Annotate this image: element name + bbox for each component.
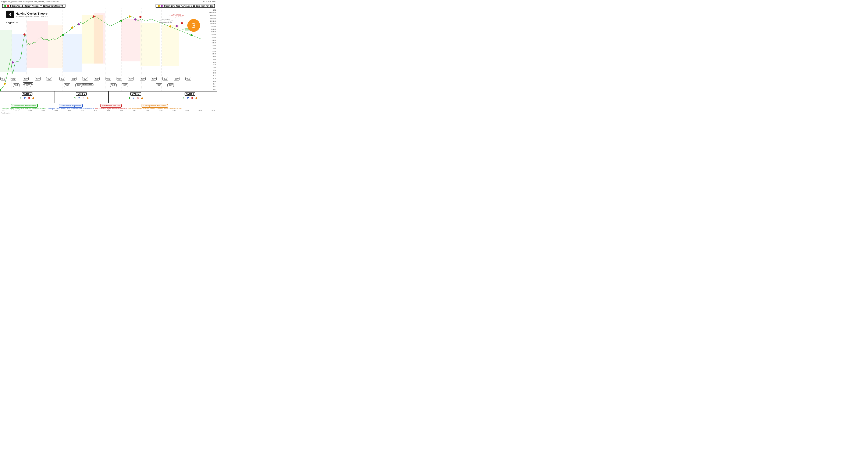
price-0-08: 0.08 [203, 80, 216, 82]
date-nov28-2015: Nov 282015 [59, 77, 65, 80]
shade-c3-yellow [141, 23, 160, 66]
date-nov28-2016: Nov 282016 [71, 77, 76, 80]
year-red-text: 3 Red Year = New ATH [102, 105, 120, 107]
date-nov28-2021: Nov 282021 [128, 77, 134, 80]
date-nov28-2020: Nov 282020 [117, 77, 122, 80]
title-block: Halving Cycles Theory (November 28th Cyc… [16, 12, 48, 17]
year-red-desc: New ATHs Made | Cycle Top Comes end of Y… [95, 108, 127, 109]
price-1-2: 1.20 [203, 69, 216, 71]
date-nov28-2024: Nov 282024 [162, 77, 168, 80]
shade-c3-red [121, 19, 140, 61]
dot-c4-top-expected [181, 22, 183, 24]
dot-c1-early [4, 83, 6, 85]
main-container: CryptoCon_published on TradingView.com, … [0, 0, 217, 115]
price-90k: 90000.00 [203, 15, 216, 16]
legend-left-label: Bitcoin Tops/Bottoms = Average +/- 21 Da… [10, 5, 63, 7]
year-label-green: 1 Green Year = Accumulation [11, 104, 38, 107]
svg-text:Expected price: 90 - 130k: Expected price: 90 - 130k [170, 16, 183, 18]
chart-subtitle: (November 28th Cycles Theory + July 9th) [16, 15, 48, 17]
year-2022: 2022 [146, 110, 149, 111]
date-nov28-2023: Nov 282023 [151, 77, 157, 80]
shade-c1-blue [12, 34, 27, 72]
date-nov28-2011: Nov 282011 [10, 77, 16, 80]
c2-num3: 3 [83, 96, 84, 100]
shade-c1-green [0, 30, 12, 72]
date-nov28-2017: Nov 282017 [82, 77, 88, 80]
year-2018: 2018 [94, 110, 97, 111]
year-orange-desc: Price becomes undervalued and enters a d… [128, 108, 182, 109]
year-2016: 2016 [68, 110, 71, 111]
legend-right-label: Bitcoin Early Tops = Average +/- 21 Days… [164, 5, 213, 7]
c1-num2: 2 [24, 96, 26, 100]
tradingview-logo: TradingView [1, 112, 10, 114]
price-0-02: 0.02 [203, 86, 216, 88]
year-2019: 2019 [107, 110, 110, 111]
date-july9-2020: July 9th,2020 [122, 84, 128, 87]
price-9: 9.00 [203, 59, 216, 60]
price-2: 2.00 [203, 67, 216, 68]
dot-c3-purple [134, 19, 136, 21]
price-chart-svg: Next Cycle Top = +/- 21 days from Nov 28… [0, 8, 202, 91]
date-nov28-2012: Nov 282012 [23, 77, 29, 80]
dot-c1-purple [12, 61, 14, 64]
logo-icon: ₵ [6, 10, 14, 18]
cycle-2-box: Cycle 2 1 2 3 4 [55, 92, 109, 103]
c1-num4: 4 [32, 96, 34, 100]
date-july9-2023: July 9th,2023 [156, 84, 162, 87]
year-2021: 2021 [133, 110, 136, 111]
year-orange-text: 4 Orange Year = Bear Market [143, 105, 166, 107]
date-nov28-2013: Nov 282013 [35, 77, 41, 80]
dot-c1-top [23, 33, 25, 36]
price-axis: BTC 260000.00 90000.00 55000.00 20000.00… [202, 8, 217, 91]
date-july9-2012: July 9th,2012 [25, 84, 31, 87]
c3-num1: 1 [129, 96, 130, 100]
year-2014: 2014 [41, 110, 45, 111]
year-2017: 2017 [81, 110, 84, 111]
dot-c2-top [93, 15, 95, 18]
chart-title: Halving Cycles Theory [16, 12, 48, 15]
dot-purple [161, 5, 163, 7]
tradingview-label: TradingView [1, 112, 10, 114]
year-2011: 2011 [2, 110, 5, 111]
cycle-1-box: Cycle 1 1 2 3 4 [0, 92, 55, 103]
cycle-2-label: Cycle 2 [76, 92, 87, 96]
second-halving-label: Second Halving [82, 84, 92, 85]
c4-num2: 2 [187, 96, 189, 100]
legend-right: Bitcoin Early Tops = Average +/- 21 Days… [156, 4, 215, 8]
price-260k: 260000.00 [203, 12, 216, 13]
date-july9-2019: July 9th,2019 [110, 84, 117, 87]
cycle-1-label: Cycle 1 [22, 92, 32, 96]
shade-c4-yellow [162, 25, 179, 66]
year-blue-desc: Time Spent Around Median | Price Advance… [48, 108, 94, 109]
c4-num3: 3 [191, 96, 193, 100]
date-july9-2011: July 9th,2011 [13, 84, 20, 87]
c3-num4: 4 [141, 96, 143, 100]
cycle-4-label: Cycle 4 [185, 92, 195, 96]
c2-num1: 1 [74, 96, 76, 100]
top-bar: CryptoCon_published on TradingView.com, … [0, 0, 217, 3]
price-55k: 55000.00 [203, 18, 216, 19]
date-nov28-2025: Nov 282025 [174, 77, 180, 80]
chart-area: ₵ Halving Cycles Theory (November 28th C… [0, 8, 217, 91]
price-label: BTC [203, 9, 216, 11]
price-120: 120.00 [203, 45, 216, 46]
shade-c1-orange [48, 25, 63, 68]
price-0-14: 0.14 [203, 78, 216, 79]
price-12k: 12000.00 [203, 23, 216, 25]
date-july9-2016: July 9th,2016 [75, 84, 82, 87]
price-7200: 7200.00 [203, 26, 216, 27]
legend-row: Bitcoin Tops/Bottoms = Average +/- 21 Da… [0, 3, 217, 8]
cycle-1-numbers: 1 2 3 4 [20, 96, 34, 100]
date-nov28-2014: Nov 282014 [46, 77, 52, 80]
date-nov28-2019: Nov 282019 [105, 77, 111, 80]
date-july9-2015: July 9th,2015 [64, 84, 70, 87]
price-330: 330.00 [203, 42, 216, 44]
price-0-7: 0.70 [203, 72, 216, 74]
year-green-desc: Best Cycle Buying Prices | Return to Med… [2, 108, 46, 109]
c3-num2: 2 [133, 96, 134, 100]
year-label-blue: 2 Blue Year = Preparation [59, 104, 83, 107]
year-2013: 2013 [28, 110, 32, 111]
price-900: 900.00 [203, 37, 216, 38]
cycle-2-numbers: 1 2 3 4 [74, 96, 88, 100]
price-1500: 1500.00 [203, 34, 216, 35]
